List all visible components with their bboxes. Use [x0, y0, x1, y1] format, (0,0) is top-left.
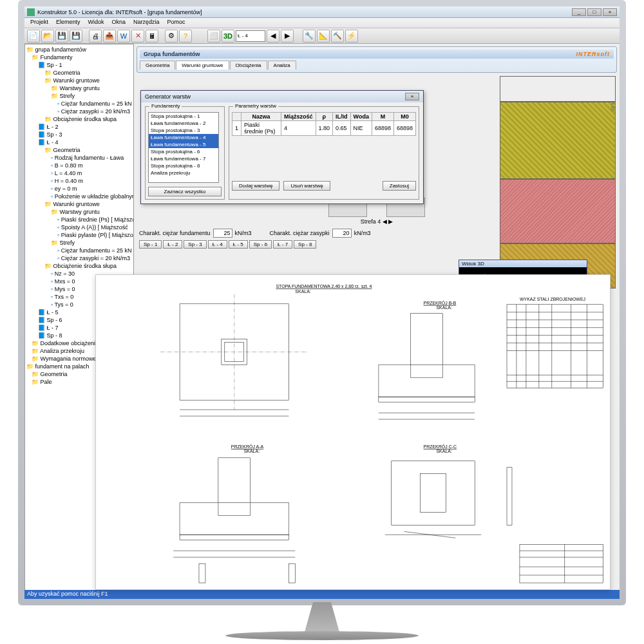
dialog-title: Generator warstw — [145, 93, 191, 100]
tool1-icon[interactable]: 🔧 — [303, 30, 316, 43]
tree-node[interactable]: ▫ Ciężar zasypki = 20 kN/m3 — [26, 108, 132, 115]
saveas-icon[interactable]: 💾 — [70, 30, 82, 43]
list-item[interactable]: Analiza przekroju — [149, 169, 218, 176]
list-item[interactable]: Stopa prostokątna - 3 — [149, 127, 218, 134]
tree-node[interactable]: 📁 Strefy — [26, 239, 132, 247]
tree-node[interactable]: ▫ Położenie w układzie globalnym — [26, 193, 132, 200]
tree-node[interactable]: 📁 Strefy — [26, 92, 132, 100]
tree-node[interactable]: ▫ Piaski średnie (Ps) [ Miąższość — [26, 216, 132, 223]
strefa-button[interactable]: Sp - 8 — [294, 240, 316, 249]
tree-node[interactable]: ▫ Ciężar fundamentu = 25 kN — [26, 100, 132, 108]
word-icon[interactable]: W — [117, 30, 130, 43]
strefa-label: Strefa 4 — [361, 218, 381, 225]
tree-node[interactable]: ▫ Spoisty A (A)) [ Miąższość — [26, 223, 132, 231]
apply-button[interactable]: Zastosuj — [383, 181, 416, 191]
tree-node[interactable]: 📁 Warstwy gruntu — [26, 84, 132, 92]
titlebar: Konstruktor 5.0 - Licencja dla: INTERsof… — [24, 6, 620, 18]
tree-node[interactable]: 📘 Ł - 4 — [26, 138, 132, 146]
tree-node[interactable]: 📘 Sp - 3 — [26, 131, 132, 138]
list-item[interactable]: Ława fundamentowa - 4 — [149, 134, 218, 141]
tree-node[interactable]: 📁 Warunki gruntowe — [26, 77, 132, 84]
tree-node[interactable]: ▫ Piaski pylaste (Pl) [ Miąższość — [26, 231, 132, 239]
left-icon[interactable]: ◀ — [267, 30, 279, 43]
element-icon[interactable]: ⬜ — [207, 30, 220, 43]
help-icon[interactable]: ? — [179, 30, 192, 43]
add-layer-button[interactable]: Dodaj warstwę — [232, 181, 279, 191]
tree-node[interactable]: 📘 Sp - 1 — [26, 61, 132, 69]
print-icon[interactable]: 🖨 — [89, 30, 102, 43]
list-item[interactable]: Stopa prostokątna - 1 — [149, 113, 218, 120]
tree-node[interactable]: 📁 Obciążenie środka słupa — [26, 262, 132, 270]
tree-node[interactable]: ▫ Ciężar zasypki = 20 kN/m3 — [26, 254, 132, 262]
element-dropdown[interactable] — [236, 30, 265, 42]
list-item[interactable]: Stopa prostokątna - 8 — [149, 162, 218, 169]
export-icon[interactable]: 📤 — [103, 30, 116, 43]
new-icon[interactable]: 📄 — [27, 30, 40, 43]
delete-icon[interactable]: ✕ — [131, 30, 144, 43]
list-item[interactable]: Ława fundamentowa - 7 — [149, 155, 218, 162]
ciezar-zas-input[interactable] — [332, 229, 352, 238]
menu-elementy[interactable]: Elementy — [53, 18, 84, 28]
dialog-close-button[interactable]: × — [405, 93, 419, 100]
close-button[interactable]: × — [603, 8, 617, 16]
minimize-button[interactable]: _ — [572, 8, 586, 16]
tool4-icon[interactable]: ⚡ — [345, 30, 358, 43]
tab-analiza[interactable]: Analiza — [268, 61, 296, 70]
tree-node[interactable]: 📁 Obciążenie środka słupa — [26, 115, 132, 123]
tree-node[interactable]: ▫ Ciężar fundamentu = 25 kN — [26, 247, 132, 254]
menubar: Projekt Elementy Widok Okna Narzędzia Po… — [24, 18, 620, 28]
strefa-button[interactable]: Sp - 1 — [139, 240, 162, 249]
tree-node[interactable]: 📁 Warstwy gruntu — [26, 208, 132, 216]
tab-obciazenia[interactable]: Obciążenia — [230, 61, 267, 70]
strefa-button[interactable]: Ł - 5 — [229, 240, 248, 249]
list-item[interactable]: Ława fundamentowa - 2 — [149, 120, 218, 127]
strefa-button[interactable]: Ł - 2 — [163, 240, 182, 249]
ciezar-fund-input[interactable] — [213, 229, 232, 238]
ciezar-fund-label: Charakt. ciężar fundamentu — [139, 230, 211, 236]
strefa-button[interactable]: Ł - 4 — [208, 240, 227, 249]
select-all-button[interactable]: Zaznacz wszystko — [148, 187, 222, 196]
tree-node[interactable]: ▫ H = 0.40 m — [26, 177, 132, 185]
tree-node[interactable]: ▫ ey = 0 m — [26, 185, 132, 193]
svg-text:SKALA:: SKALA: — [436, 449, 451, 453]
tree-node[interactable]: 📁 Fundamenty — [26, 53, 132, 61]
tab-warunki[interactable]: Warunki gruntowe — [176, 61, 229, 70]
right-icon[interactable]: ▶ — [281, 30, 294, 43]
open-icon[interactable]: 📂 — [41, 30, 54, 43]
menu-projekt[interactable]: Projekt — [27, 18, 52, 28]
tree-node[interactable]: 📁 Geometria — [26, 146, 132, 154]
app-icon — [27, 8, 35, 16]
menu-widok[interactable]: Widok — [85, 18, 108, 28]
tree-node[interactable]: ▫ Rodzaj fundamentu - Ława — [26, 154, 132, 162]
svg-rect-37 — [180, 535, 289, 540]
strefa-button[interactable]: Ł - 7 — [273, 240, 292, 249]
svg-rect-48 — [507, 468, 512, 526]
tab-geometria[interactable]: Geometria — [140, 61, 175, 70]
3d-button[interactable]: 3D — [222, 30, 234, 43]
menu-pomoc[interactable]: Pomoc — [164, 18, 189, 28]
tree-node[interactable]: 📘 Ł - 2 — [26, 123, 132, 131]
svg-text:SKALA:: SKALA: — [244, 449, 260, 453]
calc-icon[interactable]: 🖩 — [146, 30, 158, 43]
tool2-icon[interactable]: 📐 — [317, 30, 330, 43]
tree-node[interactable]: 📁 Warunki gruntowe — [26, 200, 132, 208]
menu-okna[interactable]: Okna — [109, 18, 129, 28]
fundamenty-list[interactable]: Stopa prostokątna - 1Ława fundamentowa -… — [148, 112, 219, 183]
list-item[interactable]: Ława fundamentowa - 5 — [149, 141, 218, 148]
list-item[interactable]: Stopa prostokątna - 6 — [149, 148, 218, 155]
strefa-button[interactable]: Sp - 3 — [184, 240, 206, 249]
layers-table[interactable]: NazwaMiąższośćρIL/IdWodaMM0 1 Piaski śre… — [232, 112, 416, 136]
remove-layer-button[interactable]: Usuń warstwę — [283, 181, 330, 191]
strefa-button[interactable]: Sp - 6 — [249, 240, 272, 249]
maximize-button[interactable]: □ — [587, 8, 601, 16]
svg-text:PRZEKRÓJ A-A: PRZEKRÓJ A-A — [231, 444, 264, 449]
settings-icon[interactable]: ⚙ — [165, 30, 178, 43]
save-icon[interactable]: 💾 — [55, 30, 68, 43]
statusbar: Aby uzyskać pomoc naciśnij F1 — [24, 590, 620, 599]
tree-node[interactable]: ▫ L = 4.40 m — [26, 169, 132, 177]
tool3-icon[interactable]: 🔨 — [331, 30, 344, 43]
tree-node[interactable]: 📁 grupa fundamentów — [26, 46, 132, 53]
tree-node[interactable]: 📁 Geometria — [26, 69, 132, 77]
menu-narzedzia[interactable]: Narzędzia — [130, 18, 163, 28]
tree-node[interactable]: ▫ B = 0.80 m — [26, 162, 132, 169]
